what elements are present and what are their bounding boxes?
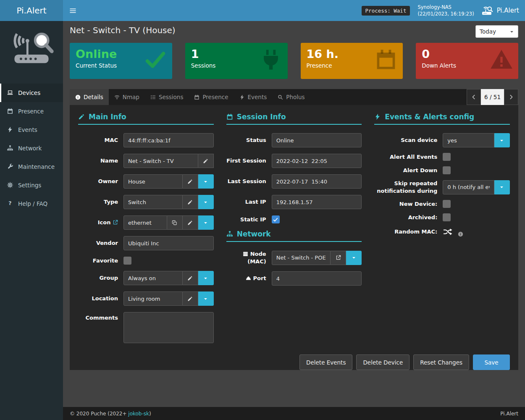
- alert-all-events-checkbox[interactable]: [443, 153, 451, 161]
- mac-input[interactable]: [123, 133, 214, 147]
- external-link-icon: [336, 255, 341, 260]
- tab-presence[interactable]: Presence: [189, 89, 234, 105]
- events-alerts-header: Events & Alerts config: [374, 113, 510, 125]
- tab-sessions[interactable]: Sessions: [145, 89, 189, 105]
- icon-copy-button[interactable]: [167, 215, 183, 230]
- tab-nmap[interactable]: Nmap: [109, 89, 145, 105]
- caret-down-icon: [203, 297, 208, 301]
- pencil-icon: [187, 276, 193, 281]
- calendar-icon: [375, 48, 397, 71]
- device-tabs: Details Nmap Sessions Presence Events Ph…: [70, 89, 518, 105]
- icon-input[interactable]: [123, 215, 167, 230]
- scan-timestamp: (22/01/2023, 16:19:23): [417, 10, 474, 17]
- sidebar-item-network[interactable]: Network: [0, 139, 63, 158]
- check-icon: [144, 48, 167, 71]
- tab-details[interactable]: Details: [70, 89, 109, 105]
- events-alerts-section: Events & Alerts config Scan device Alert…: [374, 113, 510, 349]
- port-input[interactable]: [272, 271, 362, 286]
- new-device-checkbox[interactable]: [443, 200, 451, 208]
- owner-input[interactable]: [123, 174, 183, 189]
- group-edit-button[interactable]: [183, 271, 198, 285]
- tab-pholus[interactable]: Pholus: [272, 89, 310, 105]
- name-edit-button[interactable]: [198, 154, 214, 168]
- wrench-icon: [6, 163, 14, 170]
- card-current-status: Online Current Status: [70, 43, 172, 79]
- owner-label: Owner: [78, 178, 118, 185]
- calendar-icon: [226, 113, 233, 120]
- alert-all-events-label: Alert All Events: [374, 153, 437, 161]
- static-ip-checkbox[interactable]: [272, 215, 280, 223]
- bolt-icon: [239, 94, 245, 100]
- location-input[interactable]: [123, 291, 183, 306]
- type-input[interactable]: [123, 195, 183, 209]
- favorite-checkbox[interactable]: [123, 257, 131, 265]
- app-window: Pi.Alert Process: Wait Synology-NAS (22/…: [0, 0, 525, 420]
- laptop-icon: [6, 89, 14, 96]
- tab-events[interactable]: Events: [234, 89, 273, 105]
- info-icon[interactable]: [458, 231, 463, 237]
- sidebar-toggle-button[interactable]: [63, 0, 82, 21]
- status-input[interactable]: [272, 133, 362, 147]
- period-dropdown[interactable]: Today: [475, 25, 518, 38]
- vendor-input[interactable]: [123, 236, 214, 250]
- info-icon: [75, 94, 81, 100]
- navbar-right: Process: Wait Synology-NAS (22/01/2023, …: [362, 4, 525, 17]
- owner-dropdown-button[interactable]: [198, 174, 214, 189]
- main-info-header: Main Info: [78, 113, 214, 125]
- comments-textarea[interactable]: [123, 312, 214, 343]
- group-dropdown-button[interactable]: [198, 271, 214, 285]
- type-edit-button[interactable]: [183, 195, 198, 209]
- scan-device-dropdown-button[interactable]: [494, 133, 510, 147]
- last-ip-input[interactable]: [272, 195, 362, 209]
- app-logo-image: [7, 29, 56, 73]
- first-session-input[interactable]: [272, 154, 362, 168]
- sidebar-menu: Devices Presence Events Network Maintena…: [0, 84, 63, 213]
- location-dropdown-button[interactable]: [198, 291, 214, 306]
- author-link[interactable]: jokob-sk: [128, 411, 149, 417]
- brand-logo[interactable]: Pi.Alert: [0, 0, 63, 21]
- group-input[interactable]: [123, 271, 183, 285]
- delete-events-button[interactable]: Delete Events: [299, 354, 352, 370]
- sidebar-item-events[interactable]: Events: [0, 121, 63, 139]
- search-icon: [278, 94, 283, 100]
- pencil-icon: [78, 113, 85, 120]
- owner-edit-button[interactable]: [183, 174, 198, 189]
- port-label: Port: [226, 275, 266, 282]
- sidebar-item-devices[interactable]: Devices: [0, 84, 63, 102]
- server-icon: [243, 251, 248, 257]
- favorite-label: Favorite: [78, 257, 118, 265]
- node-mac-input[interactable]: [272, 251, 331, 265]
- sidebar-item-maintenance[interactable]: Maintenance: [0, 158, 63, 176]
- sidebar-item-settings[interactable]: Settings: [0, 176, 63, 194]
- external-link-icon[interactable]: [113, 220, 118, 225]
- sidebar-item-help[interactable]: ? Help / FAQ: [0, 194, 63, 213]
- new-device-label: New Device:: [374, 200, 437, 208]
- node-dropdown-button[interactable]: [346, 251, 362, 265]
- save-button[interactable]: Save: [473, 354, 510, 370]
- icon-edit-button[interactable]: [183, 215, 198, 230]
- location-edit-button[interactable]: [183, 291, 198, 306]
- last-session-input[interactable]: [272, 174, 362, 189]
- alert-down-checkbox[interactable]: [443, 166, 451, 174]
- scan-device-label: Scan device: [374, 136, 437, 144]
- type-dropdown-button[interactable]: [198, 195, 214, 209]
- scan-device-input[interactable]: [443, 133, 494, 147]
- header-brand[interactable]: Pi.Alert: [482, 5, 519, 16]
- prev-device-button[interactable]: [467, 89, 481, 105]
- delete-device-button[interactable]: Delete Device: [356, 354, 410, 370]
- icon-dropdown-button[interactable]: [198, 215, 214, 230]
- name-input[interactable]: [123, 154, 198, 168]
- skip-notifications-dropdown-button[interactable]: [494, 180, 510, 194]
- skip-notifications-input[interactable]: [443, 180, 494, 194]
- reset-changes-button[interactable]: Reset Changes: [413, 354, 469, 370]
- next-device-button[interactable]: [504, 89, 518, 105]
- main-content: Net - Switch - TV (House) Today Online C…: [63, 21, 525, 407]
- group-label: Group: [78, 274, 118, 282]
- bolt-icon: [374, 113, 381, 120]
- calendar-icon: [194, 94, 200, 100]
- node-open-button[interactable]: [331, 251, 346, 265]
- ethernet-port-icon: [246, 276, 251, 281]
- node-label: Node (MAC): [226, 250, 266, 265]
- archived-checkbox[interactable]: [443, 213, 451, 221]
- sidebar-item-presence[interactable]: Presence: [0, 102, 63, 121]
